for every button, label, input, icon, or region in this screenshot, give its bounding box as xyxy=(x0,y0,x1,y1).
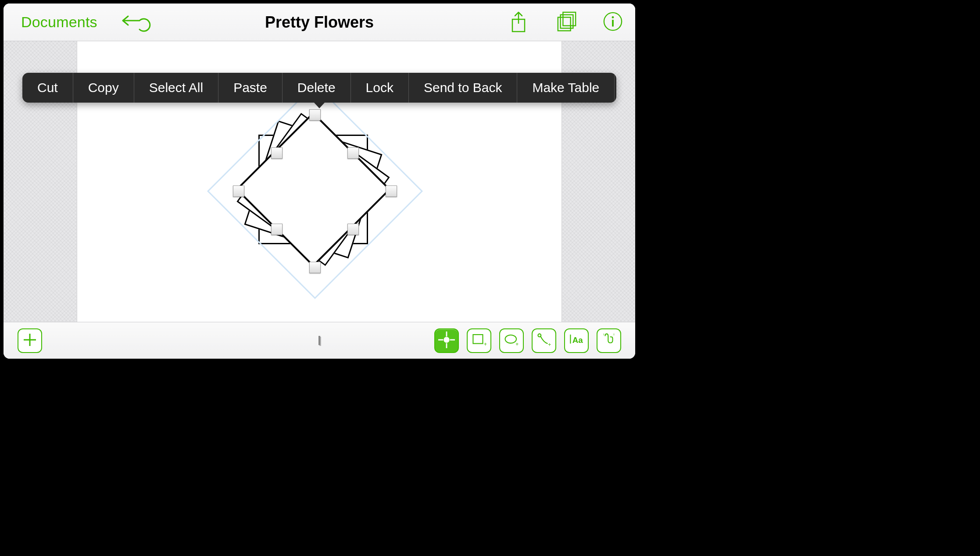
ctx-select-all[interactable]: Select All xyxy=(134,73,218,103)
app-window: Documents Pretty Flowers xyxy=(4,4,635,359)
rectangle-tool[interactable]: + xyxy=(467,328,491,353)
context-menu: Cut Copy Select All Paste Delete Lock Se… xyxy=(22,73,616,103)
top-toolbar-right xyxy=(510,11,624,33)
line-icon: + xyxy=(536,332,551,349)
ctx-cut[interactable]: Cut xyxy=(22,73,73,103)
bottom-toolbar: + + + xyxy=(4,322,635,359)
ctx-copy[interactable]: Copy xyxy=(73,73,134,103)
tool-palette: + + + xyxy=(434,328,621,353)
selected-shape-group[interactable] xyxy=(258,135,368,244)
add-button[interactable] xyxy=(18,328,42,353)
svg-text:+: + xyxy=(548,342,551,348)
documents-back-button[interactable]: Documents xyxy=(21,14,97,31)
ctx-lock[interactable]: Lock xyxy=(351,73,409,103)
svg-text:Aa: Aa xyxy=(572,335,583,344)
ellipse-icon: + xyxy=(504,332,519,349)
svg-text:+: + xyxy=(515,341,519,347)
svg-point-17 xyxy=(505,335,517,343)
text-tool[interactable]: Aa xyxy=(564,328,589,353)
target-tool[interactable] xyxy=(434,328,459,353)
ctx-delete[interactable]: Delete xyxy=(283,73,351,103)
rectangle-icon: + xyxy=(472,332,486,349)
workspace[interactable]: Cut Copy Select All Paste Delete Lock Se… xyxy=(4,41,635,322)
svg-point-6 xyxy=(612,16,614,18)
ctx-make-table[interactable]: Make Table xyxy=(517,73,615,103)
svg-rect-15 xyxy=(473,335,483,343)
svg-point-19 xyxy=(538,334,541,337)
svg-text:+: + xyxy=(484,341,487,347)
plus-icon xyxy=(23,333,37,349)
undo-icon[interactable] xyxy=(121,14,146,31)
ctx-send-to-back[interactable]: Send to Back xyxy=(409,73,517,103)
svg-point-10 xyxy=(444,337,449,342)
text-icon: Aa xyxy=(569,332,584,349)
target-icon xyxy=(438,331,455,350)
touch-tool[interactable]: + + xyxy=(597,328,621,353)
svg-text:+: + xyxy=(603,332,605,337)
svg-rect-7 xyxy=(612,20,614,26)
context-menu-pointer xyxy=(314,102,325,108)
share-icon[interactable] xyxy=(510,11,531,33)
info-icon[interactable] xyxy=(603,11,624,33)
ctx-more-button[interactable] xyxy=(615,73,616,103)
top-toolbar: Documents Pretty Flowers xyxy=(4,4,635,41)
stencils-icon[interactable] xyxy=(556,11,577,33)
ellipse-tool[interactable]: + xyxy=(499,328,524,353)
ctx-paste[interactable]: Paste xyxy=(218,73,283,103)
line-tool[interactable]: + xyxy=(532,328,556,353)
svg-text:+: + xyxy=(613,332,615,337)
diamond-indicator-icon xyxy=(318,337,320,345)
top-toolbar-left: Documents xyxy=(21,14,146,31)
touch-icon: + + xyxy=(601,332,616,349)
